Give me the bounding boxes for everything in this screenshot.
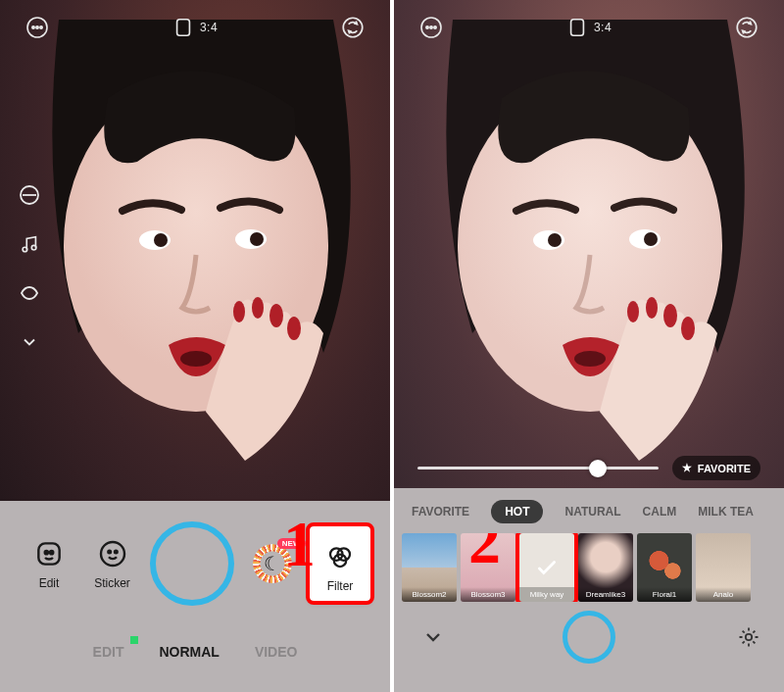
category-natural[interactable]: NATURAL bbox=[564, 505, 620, 519]
svg-point-20 bbox=[31, 245, 36, 250]
svg-point-42 bbox=[426, 26, 428, 28]
svg-point-46 bbox=[737, 18, 757, 37]
shutter-button[interactable] bbox=[563, 611, 615, 664]
svg-point-17 bbox=[343, 18, 363, 37]
svg-point-47 bbox=[746, 634, 752, 640]
aspect-ratio-label: 3:4 bbox=[200, 21, 218, 34]
svg-point-39 bbox=[646, 297, 658, 319]
aspect-ratio-button[interactable]: 3:4 bbox=[566, 17, 612, 38]
svg-point-40 bbox=[627, 301, 639, 322]
mode-row: EDIT NORMAL VIDEO bbox=[0, 626, 390, 677]
filter-thumbnails: Blossom2 Blossom3 Milky way Dreamlike3 F… bbox=[394, 533, 784, 602]
svg-point-5 bbox=[250, 232, 264, 246]
slider-thumb[interactable] bbox=[589, 460, 607, 477]
svg-point-44 bbox=[434, 26, 436, 28]
shutter-button[interactable] bbox=[150, 521, 234, 606]
filter-intensity-slider[interactable] bbox=[417, 467, 659, 470]
collapse-panel-button[interactable] bbox=[419, 623, 447, 651]
svg-point-3 bbox=[154, 233, 168, 247]
svg-point-37 bbox=[681, 317, 695, 340]
svg-point-36 bbox=[574, 351, 606, 367]
category-favorite[interactable]: FAVORITE bbox=[412, 505, 469, 519]
filter-tool-label: Filter bbox=[327, 579, 354, 593]
svg-point-33 bbox=[548, 233, 562, 247]
side-tool-rail bbox=[16, 181, 43, 356]
svg-point-9 bbox=[252, 297, 264, 319]
category-calm[interactable]: CALM bbox=[643, 505, 677, 519]
edit-tool-button[interactable]: Edit bbox=[24, 537, 74, 590]
camera-flip-button[interactable] bbox=[339, 14, 367, 41]
category-milk-tea[interactable]: MILK TEA bbox=[698, 505, 754, 519]
svg-point-14 bbox=[36, 26, 38, 28]
star-icon: ★ bbox=[682, 462, 692, 474]
svg-point-26 bbox=[115, 551, 118, 554]
svg-rect-16 bbox=[176, 20, 189, 36]
edit-tool-label: Edit bbox=[39, 576, 60, 590]
mode-edit[interactable]: EDIT bbox=[93, 644, 124, 660]
favorite-button[interactable]: ★ FAVORITE bbox=[672, 456, 760, 480]
music-button[interactable] bbox=[16, 230, 43, 258]
tutorial-step-number: 1 bbox=[283, 507, 316, 581]
mode-normal[interactable]: NORMAL bbox=[159, 644, 219, 660]
filter-thumb-selected[interactable]: Milky way bbox=[519, 533, 574, 602]
more-button[interactable] bbox=[417, 14, 445, 41]
mode-video[interactable]: VIDEO bbox=[255, 644, 298, 660]
filter-tool-button[interactable]: Filter bbox=[310, 526, 370, 601]
sticker-tool-button[interactable]: Sticker bbox=[87, 537, 138, 590]
svg-point-22 bbox=[45, 551, 48, 554]
svg-point-19 bbox=[23, 247, 27, 252]
svg-point-24 bbox=[101, 542, 124, 566]
svg-point-25 bbox=[108, 551, 111, 554]
expand-more-button[interactable] bbox=[16, 328, 43, 356]
svg-point-43 bbox=[430, 26, 432, 28]
loop-button[interactable] bbox=[16, 279, 43, 307]
sticker-icon bbox=[96, 537, 129, 570]
svg-rect-21 bbox=[38, 543, 59, 564]
svg-rect-45 bbox=[570, 20, 583, 36]
svg-point-7 bbox=[287, 317, 301, 340]
screen-step-2: 3:4 ★ FAVORITE FAVORITE HOT NATURAL CALM… bbox=[394, 0, 784, 692]
aspect-ratio-button[interactable]: 3:4 bbox=[172, 17, 218, 38]
filter-panel: FAVORITE HOT NATURAL CALM MILK TEA Bloss… bbox=[394, 488, 784, 692]
bottom-panel: Edit Sticker ☾ NEW bbox=[0, 501, 390, 692]
svg-point-38 bbox=[663, 304, 677, 327]
tutorial-step-number: 2 bbox=[468, 533, 501, 578]
aspect-ratio-label: 3:4 bbox=[594, 21, 612, 34]
face-retouch-button[interactable] bbox=[16, 181, 43, 209]
category-hot[interactable]: HOT bbox=[491, 500, 543, 523]
more-button[interactable] bbox=[24, 14, 51, 41]
camera-flip-button[interactable] bbox=[733, 14, 760, 41]
sticker-tool-label: Sticker bbox=[94, 576, 130, 590]
svg-point-23 bbox=[50, 551, 53, 554]
filter-thumb[interactable]: Analo bbox=[696, 533, 751, 602]
edit-icon bbox=[32, 537, 66, 570]
filter-thumb[interactable]: Dreamlike3 bbox=[578, 533, 633, 602]
filter-thumb[interactable]: Floral1 bbox=[637, 533, 692, 602]
edit-indicator-dot bbox=[130, 636, 138, 644]
svg-point-8 bbox=[270, 304, 283, 327]
filter-category-row: FAVORITE HOT NATURAL CALM MILK TEA bbox=[394, 488, 784, 533]
settings-button[interactable] bbox=[735, 623, 762, 651]
svg-point-13 bbox=[32, 26, 34, 28]
favorite-label: FAVORITE bbox=[698, 463, 751, 474]
svg-point-15 bbox=[40, 26, 42, 28]
screen-step-1: 3:4 bbox=[0, 0, 390, 692]
filter-thumb[interactable]: Blossom2 bbox=[402, 533, 457, 602]
svg-point-6 bbox=[180, 351, 212, 367]
filter-icon bbox=[323, 540, 357, 573]
svg-point-35 bbox=[644, 232, 658, 246]
svg-point-10 bbox=[233, 301, 245, 322]
